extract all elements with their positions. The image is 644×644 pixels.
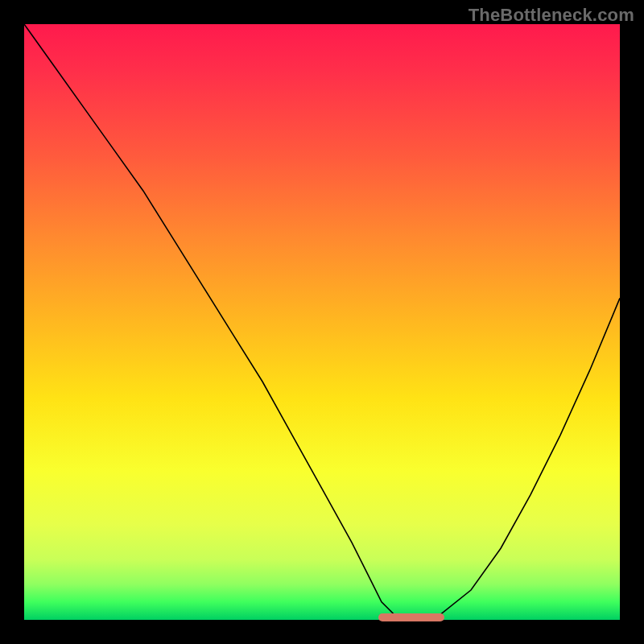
- bottleneck-curve: [24, 24, 620, 620]
- watermark-text: TheBottleneck.com: [469, 5, 634, 26]
- optimal-range-marker: [378, 613, 444, 621]
- plot-area: [24, 24, 620, 620]
- chart-frame: TheBottleneck.com: [0, 0, 644, 644]
- curve-path: [24, 24, 620, 620]
